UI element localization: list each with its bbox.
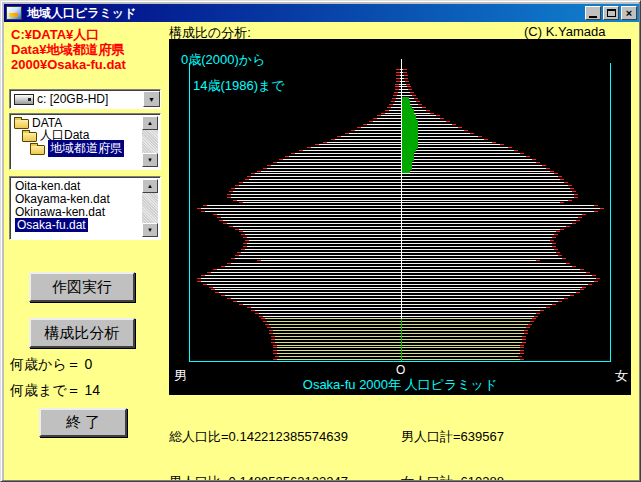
age-to-label: 何歳まで＝ 14 bbox=[10, 382, 100, 400]
pyramid-bar bbox=[554, 173, 558, 174]
pyramid-bar bbox=[381, 113, 385, 114]
drive-combobox-dropdown-button[interactable]: ▼ bbox=[143, 91, 160, 107]
pyramid-bar bbox=[402, 240, 550, 241]
pyramid-bar bbox=[402, 278, 596, 279]
pyramid-bar bbox=[251, 173, 255, 174]
pyramid-bar bbox=[552, 246, 556, 247]
pyramid-bar bbox=[271, 336, 275, 337]
pyramid-bar bbox=[574, 197, 578, 198]
pyramid-bar bbox=[520, 353, 524, 354]
pyramid-bar bbox=[402, 313, 536, 314]
chart-title: Osaka-fu 2000年 人口ピラミッド bbox=[169, 376, 631, 394]
pyramid-bar bbox=[251, 176, 401, 177]
pyramid-bar bbox=[363, 124, 367, 125]
pyramid-bar bbox=[402, 176, 558, 177]
file-item[interactable]: Okinawa-ken.dat bbox=[12, 205, 142, 218]
pyramid-bar bbox=[402, 103, 410, 106]
pyramid-bar bbox=[373, 121, 401, 122]
pyramid-bar bbox=[440, 118, 444, 119]
pyramid-bar bbox=[402, 197, 574, 198]
analyze-button[interactable]: 構成比分析 bbox=[29, 318, 135, 348]
file-item[interactable]: Oita-ken.dat bbox=[12, 179, 142, 192]
pyramid-bar bbox=[560, 202, 564, 203]
exit-button[interactable]: 終 了 bbox=[39, 408, 127, 437]
pyramid-bar bbox=[285, 156, 289, 157]
file-item-label: Okayama-ken.dat bbox=[15, 192, 110, 206]
pyramid-bar bbox=[570, 295, 574, 296]
pyramid-bar bbox=[239, 231, 243, 232]
pyramid-bar bbox=[402, 117, 416, 120]
draw-button[interactable]: 作図実行 bbox=[29, 272, 135, 302]
file-item[interactable]: Osaka-fu.dat bbox=[12, 218, 142, 231]
pyramid-bar bbox=[403, 69, 407, 70]
pyramid-bar bbox=[558, 176, 562, 177]
pyramid-bar bbox=[520, 347, 524, 348]
pyramid-bar bbox=[402, 342, 522, 343]
origin-label: O bbox=[396, 363, 405, 377]
pyramid-bar bbox=[402, 167, 412, 170]
scroll-down-icon[interactable]: ▼ bbox=[142, 223, 158, 237]
drive-combobox[interactable]: c: [20GB-HD] ▼ bbox=[9, 89, 161, 109]
pyramid-bar bbox=[402, 252, 556, 253]
pyramid-bar bbox=[239, 304, 243, 305]
pyramid-bar bbox=[402, 307, 546, 308]
pyramid-bar bbox=[239, 255, 401, 256]
pyramid-bar bbox=[227, 223, 401, 224]
pyramid-bar bbox=[211, 272, 401, 273]
directory-scrollbar[interactable]: ▲ ▼ bbox=[142, 116, 158, 167]
pyramid-bar bbox=[259, 313, 401, 314]
scroll-up-icon[interactable]: ▲ bbox=[142, 179, 158, 193]
pyramid-bar bbox=[227, 298, 231, 299]
scroll-down-icon[interactable]: ▼ bbox=[142, 153, 158, 167]
pyramid-bar bbox=[277, 350, 401, 351]
pyramid-bar bbox=[402, 356, 518, 357]
drive-icon bbox=[14, 94, 34, 105]
pyramid-bar bbox=[500, 144, 504, 145]
pyramid-bar bbox=[337, 136, 341, 137]
pyramid-bar bbox=[387, 107, 391, 108]
pyramid-bar bbox=[568, 200, 572, 201]
pyramid-bar bbox=[536, 260, 540, 261]
pyramid-bar bbox=[452, 124, 456, 125]
pyramid-bar bbox=[275, 339, 401, 340]
pyramid-bar bbox=[277, 353, 401, 354]
pyramid-bar bbox=[239, 182, 243, 183]
pyramid-bar bbox=[207, 284, 401, 285]
directory-item[interactable]: 地域都道府県 bbox=[12, 142, 142, 155]
pyramid-bar bbox=[335, 139, 401, 140]
pyramid-bar bbox=[203, 284, 207, 285]
pyramid-bar bbox=[464, 130, 468, 131]
file-scrollbar[interactable]: ▲ ▼ bbox=[142, 179, 158, 237]
pyramid-bar bbox=[237, 200, 401, 201]
pyramid-bar bbox=[217, 217, 221, 218]
pyramid-bar bbox=[484, 139, 488, 140]
pyramid-bar bbox=[267, 168, 401, 169]
pyramid-bars bbox=[169, 39, 631, 395]
titlebar[interactable]: 地域人口ピラミッド × bbox=[4, 4, 639, 22]
window-title: 地域人口ピラミッド bbox=[27, 5, 585, 22]
pyramid-bar bbox=[402, 146, 418, 149]
pyramid-bar bbox=[247, 176, 251, 177]
pyramid-bar bbox=[323, 142, 327, 143]
file-item[interactable]: Okayama-ken.dat bbox=[12, 192, 142, 205]
pyramid-bar bbox=[402, 150, 514, 151]
pyramid-bar bbox=[402, 359, 520, 360]
pyramid-bar bbox=[207, 205, 401, 206]
pyramid-bar bbox=[402, 339, 522, 340]
minimize-button[interactable] bbox=[585, 6, 601, 20]
close-button[interactable]: × bbox=[621, 6, 637, 20]
pyramid-bar bbox=[402, 126, 418, 129]
pyramid-bar bbox=[532, 318, 536, 319]
pyramid-bar bbox=[249, 179, 401, 180]
pyramid-bar bbox=[402, 109, 414, 112]
maximize-button[interactable] bbox=[603, 6, 619, 20]
pyramid-bar bbox=[402, 292, 576, 293]
pyramid-bar bbox=[395, 84, 399, 85]
pyramid-bar bbox=[402, 310, 540, 311]
pyramid-bar bbox=[291, 153, 295, 154]
pyramid-bar bbox=[526, 156, 530, 157]
scroll-up-icon[interactable]: ▲ bbox=[142, 116, 158, 130]
pyramid-bar bbox=[402, 138, 418, 141]
pyramid-bar bbox=[402, 191, 572, 192]
pyramid-bar bbox=[241, 249, 245, 250]
